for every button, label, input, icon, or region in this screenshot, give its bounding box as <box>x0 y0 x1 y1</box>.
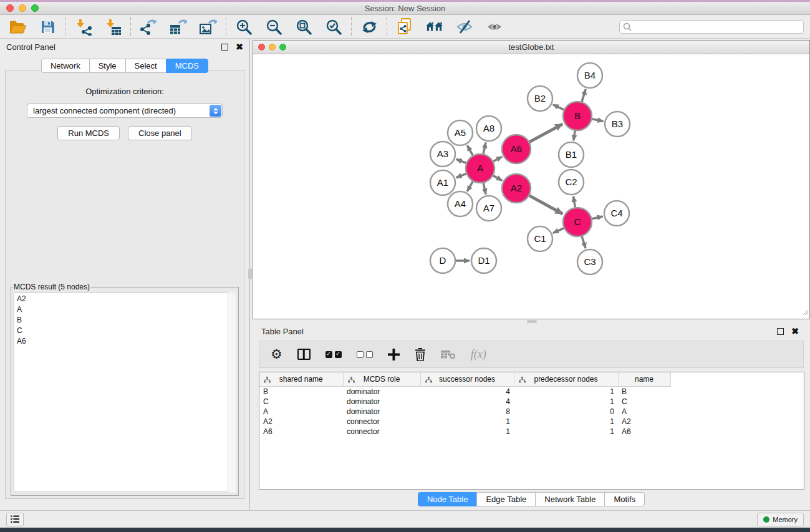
table-cell[interactable]: 1 <box>514 427 618 437</box>
show-tasks-button[interactable] <box>6 513 24 526</box>
graph-node-A1[interactable]: A1 <box>430 170 455 195</box>
table-row[interactable]: Adominator80A <box>259 407 670 417</box>
graph-node-A2[interactable]: A2 <box>502 174 531 203</box>
table-cell[interactable]: dominator <box>343 407 420 417</box>
graph-edge-A-A2[interactable] <box>493 176 502 181</box>
table-cell[interactable]: 0 <box>514 407 618 417</box>
network-graph[interactable]: B4B2BB3A8A5A6A3B1AA1C2A2A4A7C4CC1C3DD1 <box>253 55 809 319</box>
graph-edge-B-B3[interactable] <box>592 119 604 122</box>
graph-edge-A6-B[interactable] <box>529 124 562 142</box>
clone-network-icon[interactable] <box>396 18 413 36</box>
mcds-result-item[interactable]: A2 <box>14 293 235 304</box>
unselect-all-columns-icon[interactable] <box>357 351 373 358</box>
graph-node-C[interactable]: C <box>563 208 592 236</box>
float-panel-icon[interactable] <box>221 44 228 51</box>
tab-style[interactable]: Style <box>89 59 126 73</box>
graph-node-D[interactable]: D <box>430 248 455 273</box>
table-cell[interactable]: A6 <box>618 427 670 437</box>
network-canvas[interactable]: B4B2BB3A8A5A6A3B1AA1C2A2A4A7C4CC1C3DD1 <box>253 55 809 319</box>
graph-edge-A2-C[interactable] <box>529 196 562 214</box>
table-cell[interactable]: 1 <box>514 386 618 397</box>
graph-edge-A-A4[interactable] <box>467 181 473 191</box>
table-cell[interactable]: 1 <box>420 417 514 427</box>
graph-edge-C-C3[interactable] <box>582 236 586 248</box>
table-cell[interactable]: 4 <box>420 386 514 397</box>
hide-graphics-details-icon[interactable] <box>456 18 473 36</box>
table-cell[interactable]: connector <box>343 427 420 437</box>
tab-node-table[interactable]: Node Table <box>418 492 478 506</box>
mcds-result-item[interactable]: C <box>14 325 235 336</box>
criterion-dropdown[interactable]: largest connected component (directed) <box>27 104 223 118</box>
delete-columns-icon[interactable] <box>415 348 426 361</box>
table-cell[interactable]: 8 <box>420 407 514 417</box>
graph-node-A7[interactable]: A7 <box>476 196 501 221</box>
table-cell[interactable]: dominator <box>343 386 420 397</box>
run-mcds-button[interactable]: Run MCDS <box>57 126 120 140</box>
graph-node-C3[interactable]: C3 <box>577 249 602 274</box>
graph-node-C4[interactable]: C4 <box>604 201 629 226</box>
table-cell[interactable]: B <box>618 386 670 397</box>
graph-node-A8[interactable]: A8 <box>476 116 501 141</box>
import-network-icon[interactable] <box>74 18 92 36</box>
zoom-out-icon[interactable] <box>265 18 282 36</box>
graph-node-A4[interactable]: A4 <box>448 191 473 216</box>
graph-node-B4[interactable]: B4 <box>577 63 602 88</box>
show-columns-icon[interactable] <box>297 349 311 360</box>
column-header-MCDS-role[interactable]: MCDS role <box>343 372 420 386</box>
table-cell[interactable]: C <box>618 397 670 407</box>
tab-mcds[interactable]: MCDS <box>166 59 208 73</box>
tab-network[interactable]: Network <box>41 59 90 73</box>
mcds-result-item[interactable]: A6 <box>14 336 235 346</box>
table-cell[interactable]: A2 <box>618 417 670 427</box>
close-panel-button[interactable]: Close panel <box>128 126 192 140</box>
save-session-icon[interactable] <box>39 18 56 36</box>
export-table-icon[interactable] <box>170 18 187 36</box>
table-cell[interactable]: 1 <box>514 397 618 407</box>
table-cell[interactable]: 4 <box>420 397 514 407</box>
table-cell[interactable]: A <box>259 407 343 417</box>
table-cell[interactable]: 1 <box>514 417 618 427</box>
close-panel-icon[interactable]: ✖ <box>236 44 243 51</box>
function-builder-icon[interactable]: f(x) <box>471 348 486 361</box>
graph-edge-A-A5[interactable] <box>467 145 473 155</box>
delete-table-icon[interactable] <box>441 350 456 359</box>
graph-node-C1[interactable]: C1 <box>528 226 552 251</box>
graph-edge-A-A3[interactable] <box>456 159 466 163</box>
graph-node-B[interactable]: B <box>563 102 592 130</box>
table-cell[interactable]: connector <box>343 417 420 427</box>
vertical-splitter-handle[interactable] <box>248 268 252 279</box>
table-row[interactable]: Bdominator41B <box>259 386 670 397</box>
graph-edge-C-C2[interactable] <box>574 196 576 208</box>
graph-edge-A-A8[interactable] <box>483 142 486 153</box>
export-image-icon[interactable] <box>200 18 217 36</box>
import-table-icon[interactable] <box>104 18 122 36</box>
table-cell[interactable]: A2 <box>259 417 343 427</box>
search-input[interactable] <box>619 20 804 34</box>
close-table-panel-icon[interactable]: ✖ <box>791 328 799 335</box>
export-network-icon[interactable] <box>140 18 157 36</box>
memory-button[interactable]: Memory <box>757 513 804 526</box>
table-cell[interactable]: 1 <box>420 427 514 437</box>
graph-edge-C-C1[interactable] <box>553 228 564 233</box>
graph-edge-C-C4[interactable] <box>592 216 602 219</box>
tab-edge-table[interactable]: Edge Table <box>476 492 536 506</box>
column-header-shared-name[interactable]: shared name <box>259 372 343 386</box>
table-cell[interactable]: A6 <box>259 427 343 437</box>
zoom-fit-icon[interactable] <box>295 18 312 36</box>
resize-grip-icon[interactable] <box>801 307 809 318</box>
table-row[interactable]: Cdominator41C <box>259 397 670 407</box>
graph-node-A5[interactable]: A5 <box>448 120 473 145</box>
network-overview-icon[interactable] <box>426 18 443 36</box>
graph-edge-B-B4[interactable] <box>582 89 586 102</box>
tab-network-table[interactable]: Network Table <box>535 492 605 506</box>
table-cell[interactable]: B <box>259 386 343 397</box>
graph-edge-A-A1[interactable] <box>456 174 466 178</box>
table-cell[interactable]: dominator <box>343 397 420 407</box>
graph-node-A3[interactable]: A3 <box>430 142 455 167</box>
select-all-columns-icon[interactable] <box>325 351 342 358</box>
graph-node-B2[interactable]: B2 <box>528 86 552 111</box>
column-header-predecessor-nodes[interactable]: predecessor nodes <box>514 372 618 386</box>
apply-layout-icon[interactable] <box>360 18 378 36</box>
graph-node-D1[interactable]: D1 <box>471 248 496 273</box>
tab-select[interactable]: Select <box>125 59 166 73</box>
